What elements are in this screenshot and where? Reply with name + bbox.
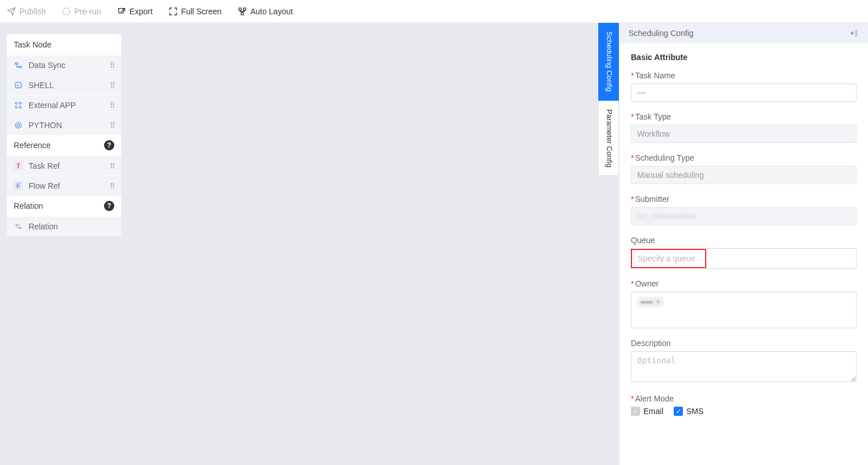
submitter-label: Submitter: [631, 194, 857, 204]
sms-checkbox[interactable]: ✓ SMS: [674, 407, 703, 416]
publish-icon: [7, 7, 16, 16]
export-icon: [117, 7, 126, 16]
node-label: Data Sync: [29, 61, 66, 70]
queue-rest[interactable]: [706, 248, 857, 269]
svg-rect-3: [241, 13, 243, 15]
drag-handle-icon[interactable]: ⠿: [110, 81, 115, 90]
svg-rect-1: [239, 8, 241, 10]
queue-label: Queue: [631, 236, 857, 245]
svg-rect-5: [19, 66, 22, 67]
description-input[interactable]: [631, 351, 857, 382]
node-task-ref[interactable]: T Task Ref ⠿: [7, 156, 121, 176]
scheduling-type-label: Scheduling Type: [631, 153, 857, 162]
top-toolbar: Publish Pre-run Export Full Screen Auto …: [0, 0, 868, 23]
owner-tag: ▪▪▪▪▪ ×: [637, 297, 663, 307]
svg-point-8: [19, 102, 22, 105]
sms-checkbox-label: SMS: [686, 407, 703, 416]
right-config-panel: Scheduling Config Basic Attribute Task N…: [619, 23, 868, 465]
autolayout-icon: [238, 7, 247, 16]
panel-body: Basic Attribute Task Name Task Type Sche…: [619, 43, 868, 435]
svg-point-12: [17, 124, 20, 127]
svg-point-11: [15, 122, 22, 129]
python-icon: [14, 121, 23, 130]
flow-ref-badge-icon: F: [14, 181, 23, 190]
task-ref-badge-icon: T: [14, 161, 23, 170]
drag-handle-icon[interactable]: ⠿: [110, 121, 115, 130]
task-name-label: Task Name: [631, 71, 857, 80]
drag-handle-icon[interactable]: ⠿: [110, 61, 115, 70]
node-relation[interactable]: Relation: [7, 216, 121, 236]
fullscreen-button[interactable]: Full Screen: [169, 7, 222, 16]
node-flow-ref[interactable]: F Flow Ref ⠿: [7, 176, 121, 196]
node-label: Relation: [29, 222, 58, 231]
svg-point-0: [63, 8, 70, 15]
task-type-input: [631, 125, 857, 143]
prerun-label: Pre-run: [74, 7, 101, 16]
relation-icon: [14, 222, 23, 231]
relation-header-label: Relation: [14, 201, 43, 210]
svg-rect-2: [243, 8, 246, 10]
svg-rect-4: [15, 63, 18, 64]
owner-tag-text: ▪▪▪▪▪: [641, 298, 653, 306]
prerun-icon: [62, 7, 71, 16]
alert-mode-label: Alert Mode: [631, 394, 857, 403]
email-checkbox-label: Email: [643, 407, 663, 416]
task-type-label: Task Type: [631, 112, 857, 121]
node-label: SHELL: [29, 81, 54, 90]
tab-parameter-config[interactable]: Parameter Config: [598, 101, 619, 176]
reference-header-label: Reference: [14, 141, 51, 150]
queue-input[interactable]: [632, 250, 705, 267]
drag-handle-icon[interactable]: ⠿: [110, 162, 115, 170]
svg-point-10: [19, 106, 22, 109]
drag-handle-icon[interactable]: ⠿: [110, 182, 115, 190]
email-checkbox[interactable]: ✓ Email: [631, 407, 663, 416]
right-vertical-tabs: Scheduling Config Parameter Config: [598, 23, 619, 176]
tab-scheduling-config[interactable]: Scheduling Config: [598, 23, 619, 101]
node-label: Task Ref: [29, 161, 59, 170]
owner-label: Owner: [631, 279, 857, 288]
fullscreen-icon: [169, 7, 178, 16]
main-canvas: Task Node Data Sync ⠿ SHELL ⠿ External A…: [0, 23, 868, 465]
node-external-app[interactable]: External APP ⠿: [7, 95, 121, 115]
publish-label: Publish: [19, 7, 46, 16]
basic-attribute-heading: Basic Attribute: [631, 53, 857, 62]
node-label: PYTHON: [29, 121, 62, 130]
shell-icon: [14, 81, 23, 90]
panel-title: Scheduling Config: [629, 29, 694, 38]
node-data-sync[interactable]: Data Sync ⠿: [7, 55, 121, 75]
export-label: Export: [130, 7, 153, 16]
panel-header: Scheduling Config: [619, 23, 868, 43]
owner-input[interactable]: ▪▪▪▪▪ ×: [631, 292, 857, 328]
description-label: Description: [631, 339, 857, 348]
help-icon[interactable]: ?: [104, 140, 114, 150]
autolayout-button[interactable]: Auto Layout: [238, 7, 293, 16]
task-name-input[interactable]: [631, 84, 857, 102]
queue-highlight-box: [631, 249, 706, 268]
node-python[interactable]: PYTHON ⠿: [7, 115, 121, 135]
node-label: Flow Ref: [29, 181, 60, 190]
submitter-input: ▪▪▪_▪▪▪▪▪▪▪▪▪▪▪▪▪: [631, 207, 857, 225]
checkbox-icon: ✓: [631, 407, 640, 416]
remove-tag-icon[interactable]: ×: [656, 298, 660, 306]
node-shell[interactable]: SHELL ⠿: [7, 75, 121, 95]
scheduling-type-input: [631, 166, 857, 184]
task-node-header: Task Node: [7, 34, 121, 55]
drag-handle-icon[interactable]: ⠿: [110, 101, 115, 110]
svg-point-7: [15, 102, 18, 105]
external-app-icon: [14, 101, 23, 110]
left-node-panel: Task Node Data Sync ⠿ SHELL ⠿ External A…: [7, 34, 121, 236]
publish-button[interactable]: Publish: [7, 7, 46, 16]
autolayout-label: Auto Layout: [250, 7, 293, 16]
help-icon[interactable]: ?: [104, 201, 114, 211]
node-label: External APP: [29, 101, 76, 110]
export-button[interactable]: Export: [117, 7, 153, 16]
reference-header: Reference ?: [7, 135, 121, 156]
fullscreen-label: Full Screen: [181, 7, 222, 16]
data-sync-icon: [14, 61, 23, 70]
collapse-icon[interactable]: [850, 29, 859, 38]
checkbox-icon: ✓: [674, 407, 683, 416]
relation-header: Relation ?: [7, 196, 121, 216]
prerun-button[interactable]: Pre-run: [62, 7, 101, 16]
svg-point-9: [15, 106, 18, 109]
